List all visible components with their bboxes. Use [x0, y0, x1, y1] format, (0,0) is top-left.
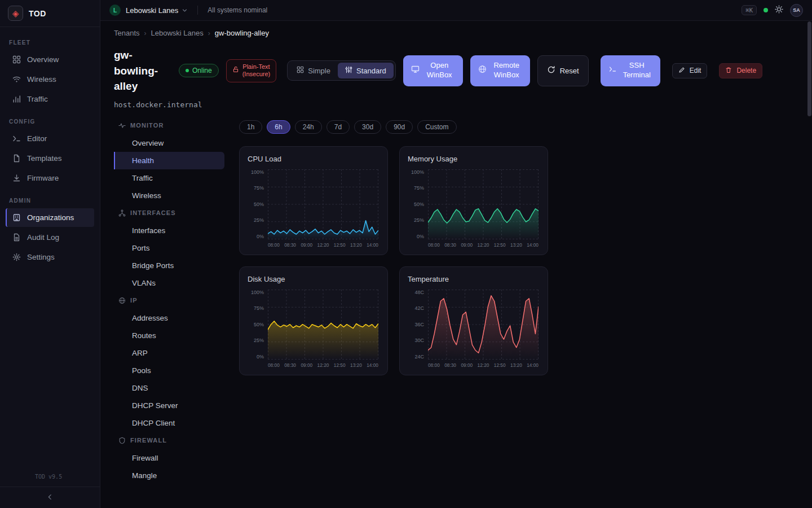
temperature-chart [428, 290, 539, 360]
file-icon [12, 154, 21, 163]
sidebar-item-firmware[interactable]: Firmware [6, 169, 94, 187]
sidebar-item-wireless[interactable]: Wireless [6, 70, 94, 89]
time-range-custom[interactable]: Custom [417, 120, 456, 134]
online-label: Online [192, 67, 212, 75]
reset-label: Reset [560, 67, 579, 75]
y-axis: 100%75%50%25%0% [248, 169, 268, 239]
chart-card-temperature: Temperature 48C42C36C30C24C 08:0008:3009… [399, 266, 548, 375]
y-axis: 48C42C36C30C24C [408, 290, 428, 360]
terminal-icon [608, 65, 617, 76]
warning-text: Plain-Text(Insecure) [242, 63, 271, 79]
sidebar-collapse-button[interactable] [0, 487, 100, 508]
subnav-item-overview[interactable]: Overview [114, 134, 224, 152]
chart-title: Temperature [408, 275, 540, 283]
time-range-1h[interactable]: 1h [239, 120, 262, 134]
pencil-icon [678, 67, 685, 75]
subnav-group-ip: IP [114, 292, 224, 309]
ssh-terminal-label: SSH Terminal [621, 61, 652, 80]
sidebar-nav: FLEET Overview Wireless Traffic CONFIG E… [0, 27, 100, 469]
subnav-item-bridge-ports[interactable]: Bridge Ports [114, 257, 224, 274]
subnav-item-dhcp-server[interactable]: DHCP Server [114, 397, 224, 414]
section-label-fleet: FLEET [9, 40, 91, 46]
breadcrumb-tenant[interactable]: Lebowski Lanes [151, 29, 204, 37]
refresh-icon [547, 65, 555, 76]
charts-area: 1h 6h 24h 7d 30d 90d Custom CPU Load 100… [224, 117, 798, 484]
subnav-item-arp[interactable]: ARP [114, 344, 224, 362]
subnav-item-traffic[interactable]: Traffic [114, 169, 224, 187]
open-winbox-button[interactable]: Open WinBox [403, 55, 463, 86]
x-tick-label: 09:00 [461, 242, 473, 248]
scrollbar-thumb[interactable] [807, 21, 811, 116]
sidebar-item-editor[interactable]: Editor [6, 129, 94, 148]
y-axis: 100%75%50%25%0% [248, 290, 268, 360]
x-axis: 08:0008:3009:0012:2012:5013:2014:00 [268, 242, 378, 248]
sidebar-item-settings[interactable]: Settings [6, 248, 94, 266]
topbar-divider [197, 6, 198, 15]
download-icon [12, 174, 21, 182]
sidebar-item-templates[interactable]: Templates [6, 149, 94, 168]
x-axis: 08:0008:3009:0012:2012:5013:2014:00 [268, 362, 378, 368]
section-label-config: CONFIG [9, 119, 91, 125]
sidebar-item-label: Wireless [27, 75, 56, 84]
subnav-item-addresses[interactable]: Addresses [114, 309, 224, 327]
chevron-right-icon: › [144, 29, 147, 37]
subnav-item-vlans[interactable]: VLANs [114, 274, 224, 292]
y-axis: 100%75%50%25%0% [408, 169, 428, 239]
theme-toggle-button[interactable] [775, 5, 783, 15]
subnav-item-health[interactable]: Health [114, 152, 224, 169]
sidebar-item-organizations[interactable]: Organizations [6, 208, 94, 227]
memory-usage-chart [428, 169, 539, 239]
ssh-terminal-button[interactable]: SSH Terminal [601, 55, 660, 86]
breadcrumb: Tenants › Lebowski Lanes › gw-bowling-al… [114, 29, 798, 37]
time-range-30d[interactable]: 30d [354, 120, 381, 134]
time-range-6h[interactable]: 6h [267, 120, 290, 134]
view-mode-simple[interactable]: Simple [289, 63, 338, 78]
chart-plot: 08:0008:3009:0012:2012:5013:2014:00 [268, 290, 378, 368]
subnav-group-label: INTERFACES [130, 209, 176, 216]
time-range-90d[interactable]: 90d [386, 120, 413, 134]
time-range-7d[interactable]: 7d [326, 120, 350, 134]
x-axis: 08:0008:3009:0012:2012:5013:2014:00 [428, 362, 539, 368]
subnav-item-firewall[interactable]: Firewall [114, 449, 224, 467]
user-avatar[interactable]: SA [790, 4, 803, 17]
y-tick-label: 25% [248, 217, 264, 223]
charts-grid: CPU Load 100%75%50%25%0% 08:0008:3009:00… [239, 146, 798, 375]
subnav-item-wireless[interactable]: Wireless [114, 187, 224, 204]
y-tick-label: 25% [248, 338, 264, 343]
subnav-item-interfaces[interactable]: Interfaces [114, 222, 224, 239]
chevron-right-icon: › [208, 29, 210, 37]
breadcrumb-tenants[interactable]: Tenants [114, 29, 140, 37]
sidebar-item-overview[interactable]: Overview [6, 50, 94, 69]
y-tick-label: 42C [408, 305, 424, 311]
sidebar-item-label: Audit Log [27, 233, 59, 242]
remote-winbox-label: Remote WinBox [491, 61, 522, 80]
tenant-selector[interactable]: Lebowski Lanes [126, 6, 188, 15]
subnav-group-monitor: MONITOR [114, 117, 224, 134]
edit-button[interactable]: Edit [672, 63, 708, 78]
device-header-row: gw-bowling-alley Online Plain-Text(Insec… [114, 47, 798, 94]
x-tick-label: 13:20 [510, 242, 522, 248]
reset-button[interactable]: Reset [537, 55, 589, 86]
sidebar-item-audit-log[interactable]: Audit Log [6, 228, 94, 247]
subnav-item-mangle[interactable]: Mangle [114, 467, 224, 484]
subnav-item-pools[interactable]: Pools [114, 362, 224, 379]
subnav-item-dhcp-client[interactable]: DHCP Client [114, 414, 224, 432]
x-tick-label: 08:00 [268, 242, 280, 248]
gear-icon [12, 253, 21, 261]
subnav-group-interfaces: INTERFACES [114, 204, 224, 222]
command-palette-shortcut[interactable]: ⌘K [742, 5, 757, 15]
remote-winbox-button[interactable]: Remote WinBox [470, 55, 530, 86]
sidebar-item-traffic[interactable]: Traffic [6, 90, 94, 108]
x-tick-label: 12:20 [317, 362, 329, 368]
wifi-icon [12, 75, 21, 84]
y-tick-label: 25% [408, 217, 424, 223]
delete-button[interactable]: Delete [719, 63, 762, 78]
y-tick-label: 36C [408, 322, 424, 327]
subnav-item-dns[interactable]: DNS [114, 379, 224, 397]
subnav-item-ports[interactable]: Ports [114, 239, 224, 257]
scrollbar[interactable] [807, 21, 811, 508]
subnav-group-firewall: FIREWALL [114, 432, 224, 449]
view-mode-standard[interactable]: Standard [338, 63, 394, 78]
time-range-24h[interactable]: 24h [295, 120, 322, 134]
subnav-item-routes[interactable]: Routes [114, 327, 224, 344]
